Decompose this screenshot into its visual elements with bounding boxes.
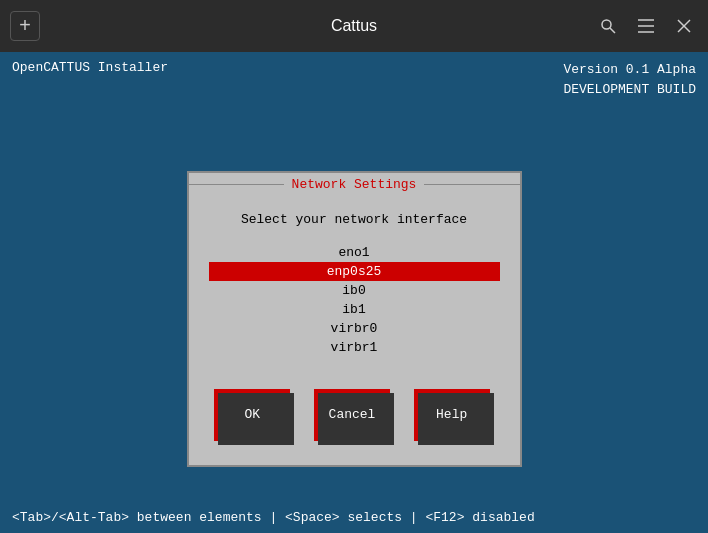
app-title: Cattus <box>331 17 377 35</box>
version-info: Version 0.1 Alpha DEVELOPMENT BUILD <box>563 60 696 99</box>
svg-line-1 <box>610 28 615 33</box>
svg-point-0 <box>602 20 611 29</box>
terminal-area: OpenCATTUS Installer Version 0.1 Alpha D… <box>0 52 708 533</box>
titlebar: + Cattus <box>0 0 708 52</box>
add-tab-button[interactable]: + <box>10 11 40 41</box>
bottom-status-bar: <Tab>/<Alt-Tab> between elements | <Spac… <box>12 510 696 525</box>
network-item[interactable]: eno1 <box>209 243 500 262</box>
ok-button-wrapper: OK <box>214 389 290 441</box>
version-line2: DEVELOPMENT BUILD <box>563 80 696 100</box>
network-item[interactable]: virbr1 <box>209 338 500 357</box>
titlebar-right <box>594 12 698 40</box>
search-button[interactable] <box>594 12 622 40</box>
help-button[interactable]: Help <box>414 389 490 441</box>
version-line1: Version 0.1 Alpha <box>563 60 696 80</box>
help-button-wrapper: Help <box>414 389 490 441</box>
dialog-title-line-right <box>424 184 519 185</box>
cancel-button-wrapper: Cancel <box>314 389 390 441</box>
network-interface-list[interactable]: eno1enp0s25ib0ib1virbr0virbr1 <box>209 243 500 357</box>
cancel-button[interactable]: Cancel <box>314 389 390 441</box>
titlebar-left: + <box>10 11 40 41</box>
dialog-title: Network Settings <box>292 177 417 192</box>
menu-button[interactable] <box>632 12 660 40</box>
dialog-title-line-left <box>189 184 284 185</box>
network-item[interactable]: ib1 <box>209 300 500 319</box>
network-item[interactable]: ib0 <box>209 281 500 300</box>
dialog-buttons: OK Cancel Help <box>189 389 520 445</box>
dialog-body: Select your network interface eno1enp0s2… <box>189 196 520 389</box>
network-settings-dialog: Network Settings Select your network int… <box>187 171 522 467</box>
top-status-bar: OpenCATTUS Installer Version 0.1 Alpha D… <box>12 60 696 99</box>
dialog-overlay: Network Settings Select your network int… <box>0 104 708 533</box>
network-item[interactable]: virbr0 <box>209 319 500 338</box>
dialog-prompt: Select your network interface <box>209 212 500 227</box>
close-button[interactable] <box>670 12 698 40</box>
add-tab-icon: + <box>19 15 31 38</box>
network-item[interactable]: enp0s25 <box>209 262 500 281</box>
ok-button[interactable]: OK <box>214 389 290 441</box>
dialog-title-bar: Network Settings <box>189 173 520 196</box>
installer-label: OpenCATTUS Installer <box>12 60 168 99</box>
